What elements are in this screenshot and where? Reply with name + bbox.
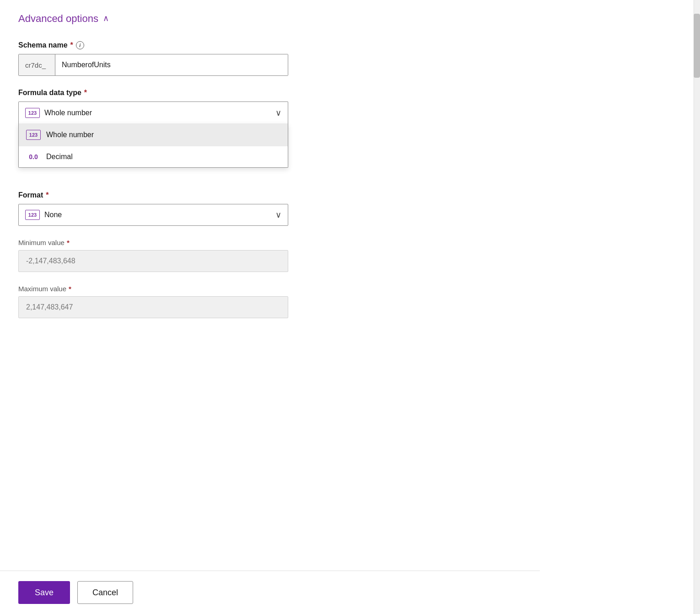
schema-name-section: Schema name * i cr7dc_ — [18, 41, 522, 76]
decimal-icon: 0.0 — [26, 153, 41, 160]
maximum-value-input[interactable] — [18, 296, 288, 318]
formula-data-type-label: Formula data type * — [18, 89, 522, 97]
dropdown-item-whole-number[interactable]: 123 Whole number — [19, 123, 288, 146]
schema-prefix: cr7dc_ — [19, 54, 55, 75]
advanced-options-toggle[interactable]: Advanced options ∧ — [18, 13, 522, 25]
format-label: Format * — [18, 191, 522, 199]
dropdown-item-decimal[interactable]: 0.0 Decimal — [19, 146, 288, 167]
formula-dropdown-list: 123 Whole number 0.0 Decimal — [18, 123, 288, 168]
scrollbar[interactable] — [694, 0, 700, 614]
chevron-up-icon: ∧ — [103, 13, 109, 23]
minimum-value-section: Minimum value * — [18, 239, 522, 272]
minimum-value-input[interactable] — [18, 250, 288, 272]
info-icon[interactable]: i — [76, 41, 84, 49]
action-bar: Save Cancel — [0, 571, 540, 614]
max-required-indicator: * — [69, 285, 71, 293]
format-dropdown[interactable]: 123 None ∨ — [18, 204, 288, 226]
chevron-down-icon: ∨ — [275, 108, 281, 118]
format-section: Format * 123 None ∨ — [18, 191, 522, 226]
maximum-value-section: Maximum value * — [18, 285, 522, 318]
format-required-indicator: * — [46, 191, 48, 199]
maximum-value-label: Maximum value * — [18, 285, 522, 293]
schema-name-input-wrapper: cr7dc_ — [18, 54, 288, 76]
required-indicator: * — [70, 41, 73, 49]
advanced-options-label: Advanced options — [18, 13, 98, 25]
format-selected-text: None — [44, 211, 271, 219]
formula-data-type-selected[interactable]: 123 Whole number ∨ — [18, 101, 288, 123]
formula-data-type-section: Formula data type * 123 Whole number ∨ 1… — [18, 89, 522, 123]
cancel-button[interactable]: Cancel — [77, 581, 133, 604]
formula-required-indicator: * — [84, 89, 87, 97]
format-chevron-down-icon: ∨ — [275, 210, 281, 220]
scrollbar-thumb[interactable] — [694, 14, 700, 78]
formula-data-type-dropdown[interactable]: 123 Whole number ∨ 123 Whole number 0.0 — [18, 101, 288, 123]
whole-number-icon: 123 — [26, 130, 41, 140]
minimum-value-label: Minimum value * — [18, 239, 522, 246]
formula-selected-text: Whole number — [44, 109, 271, 117]
save-button[interactable]: Save — [18, 581, 70, 604]
format-dropdown-selected[interactable]: 123 None ∨ — [18, 204, 288, 226]
format-type-icon: 123 — [25, 210, 40, 220]
formula-type-icon: 123 — [25, 108, 40, 118]
schema-name-label: Schema name * i — [18, 41, 522, 49]
min-required-indicator: * — [67, 239, 70, 246]
schema-name-input[interactable] — [55, 54, 288, 75]
